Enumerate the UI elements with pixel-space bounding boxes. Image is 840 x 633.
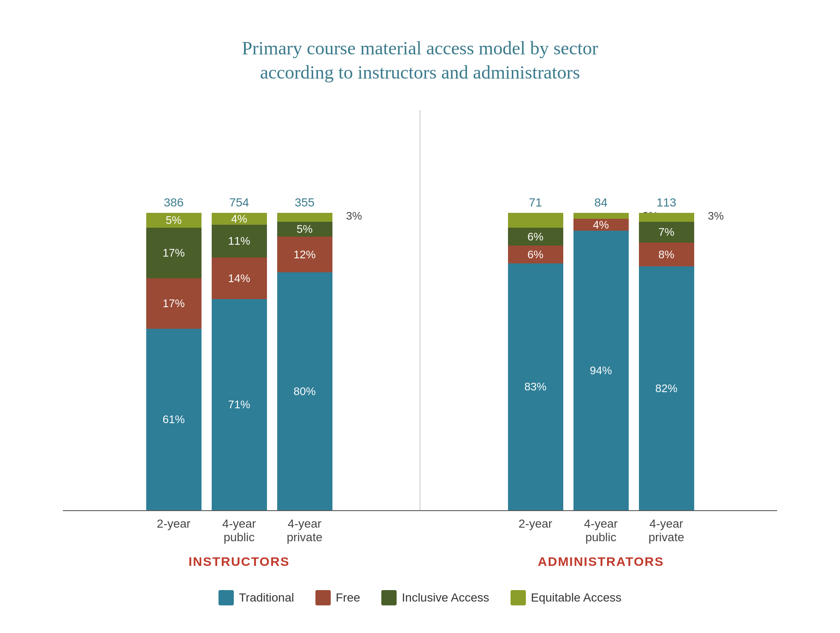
bar-wrapper: 75471%14%11%4% bbox=[212, 196, 267, 510]
bar: 61%17%17%5% bbox=[146, 213, 201, 510]
bar-wrapper: 11382%8%7%3% bbox=[639, 196, 694, 510]
x-axis-labels: 2-year4-year public4-year private 2-year… bbox=[63, 517, 777, 544]
segment-free: 12% bbox=[277, 237, 332, 272]
segment-free: 4% bbox=[573, 219, 629, 231]
segment-traditional: 82% bbox=[639, 266, 694, 510]
bar-wrapper: 8494%4%2% bbox=[573, 196, 629, 510]
segment-inclusive: 5% bbox=[277, 222, 332, 237]
bar: 83%6%6% bbox=[508, 213, 563, 510]
segment-equitable bbox=[573, 213, 629, 219]
legend-item-inclusive: Inclusive Access bbox=[381, 590, 489, 605]
bar: 80%12%5% bbox=[277, 213, 332, 510]
instructors-x-labels: 2-year4-year public4-year private bbox=[63, 517, 415, 544]
chart-container: Primary course material access model by … bbox=[37, 19, 803, 614]
segment-traditional: 83% bbox=[508, 263, 563, 510]
segment-traditional: 80% bbox=[277, 272, 332, 510]
chart-title: Primary course material access model by … bbox=[242, 36, 598, 85]
legend-item-equitable: Equitable Access bbox=[511, 590, 621, 605]
legend: TraditionalFreeInclusive AccessEquitable… bbox=[63, 590, 777, 605]
x-axis-label: 4-year private bbox=[277, 517, 332, 544]
segment-equitable: 4% bbox=[212, 213, 267, 225]
legend-item-free: Free bbox=[315, 590, 360, 605]
legend-label-equitable: Equitable Access bbox=[531, 591, 621, 605]
legend-label-inclusive: Inclusive Access bbox=[402, 591, 489, 605]
bar-count: 386 bbox=[164, 196, 184, 209]
bar-count: 84 bbox=[594, 196, 607, 209]
legend-item-traditional: Traditional bbox=[219, 590, 294, 605]
axis-line bbox=[63, 510, 777, 511]
x-axis-label: 2-year bbox=[146, 517, 201, 544]
bar: 71%14%11%4% bbox=[212, 213, 267, 510]
administrators-bars: 7183%6%6%8494%4%2%11382%8%7%3% bbox=[425, 196, 777, 510]
bar-wrapper: 7183%6%6% bbox=[508, 196, 563, 510]
segment-equitable bbox=[639, 213, 694, 222]
segment-inclusive: 17% bbox=[146, 228, 201, 278]
segment-equitable bbox=[508, 213, 563, 228]
legend-swatch-equitable bbox=[511, 590, 526, 605]
segment-free: 6% bbox=[508, 246, 563, 263]
segment-traditional: 71% bbox=[212, 299, 267, 510]
instructors-title: INSTRUCTORS bbox=[63, 554, 415, 569]
segment-inclusive: 6% bbox=[508, 228, 563, 246]
separator bbox=[420, 110, 420, 510]
segment-free: 8% bbox=[639, 243, 694, 266]
segment-free: 14% bbox=[212, 257, 267, 299]
administrators-x-labels: 2-year4-year public4-year private bbox=[425, 517, 777, 544]
x-axis-label: 4-year public bbox=[212, 517, 267, 544]
segment-traditional: 94% bbox=[573, 231, 629, 510]
bar-count: 71 bbox=[529, 196, 542, 209]
group-titles: INSTRUCTORS ADMINISTRATORS bbox=[63, 554, 777, 569]
x-axis-label: 4-year public bbox=[573, 517, 629, 544]
bar-wrapper: 35580%12%5%3% bbox=[277, 196, 332, 510]
instructors-bars: 38661%17%17%5%75471%14%11%4%35580%12%5%3… bbox=[63, 196, 415, 510]
bar: 82%8%7% bbox=[639, 213, 694, 510]
x-axis-label: 4-year private bbox=[639, 517, 694, 544]
segment-free: 17% bbox=[146, 278, 201, 329]
bar-count: 113 bbox=[656, 196, 676, 209]
legend-swatch-traditional bbox=[219, 590, 234, 605]
legend-swatch-inclusive bbox=[381, 590, 397, 605]
outside-pct-label: 3% bbox=[346, 209, 362, 223]
segment-traditional: 61% bbox=[146, 329, 201, 510]
administrators-title: ADMINISTRATORS bbox=[425, 554, 777, 569]
bars-area: 38661%17%17%5%75471%14%11%4%35580%12%5%3… bbox=[63, 110, 777, 510]
x-axis-label: 2-year bbox=[508, 517, 563, 544]
legend-label-traditional: Traditional bbox=[239, 591, 294, 605]
bar-count: 754 bbox=[229, 196, 249, 209]
legend-label-free: Free bbox=[336, 591, 360, 605]
outside-pct-label: 3% bbox=[708, 209, 724, 223]
legend-swatch-free bbox=[315, 590, 331, 605]
segment-equitable bbox=[277, 213, 332, 222]
segment-inclusive: 11% bbox=[212, 225, 267, 257]
bar-wrapper: 38661%17%17%5% bbox=[146, 196, 201, 510]
bar-count: 355 bbox=[295, 196, 315, 209]
segment-equitable: 5% bbox=[146, 213, 201, 228]
segment-inclusive: 7% bbox=[639, 222, 694, 243]
bar: 94%4% bbox=[573, 213, 629, 510]
